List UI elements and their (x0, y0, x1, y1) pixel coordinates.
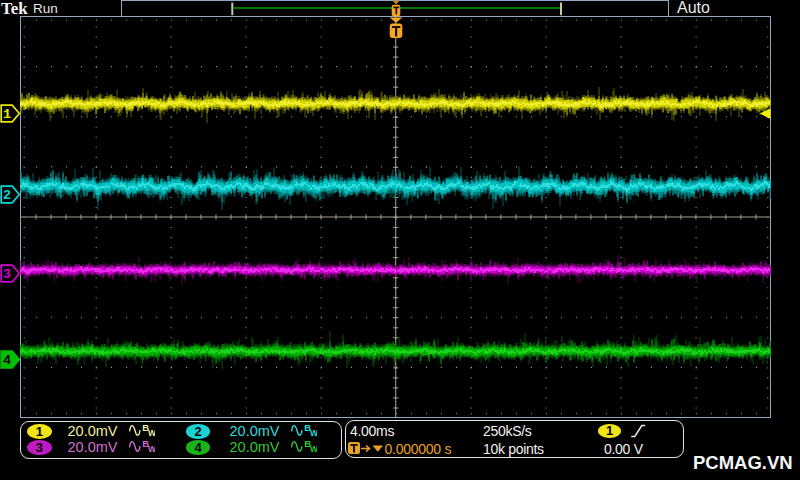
svg-text:W: W (148, 445, 155, 455)
svg-text:W: W (310, 445, 317, 455)
svg-text:2: 2 (3, 188, 11, 203)
svg-text:1: 1 (3, 107, 11, 122)
svg-text:4: 4 (3, 353, 11, 368)
svg-text:W: W (310, 429, 317, 439)
svg-text:W: W (148, 429, 155, 439)
svg-text:3: 3 (3, 267, 11, 282)
